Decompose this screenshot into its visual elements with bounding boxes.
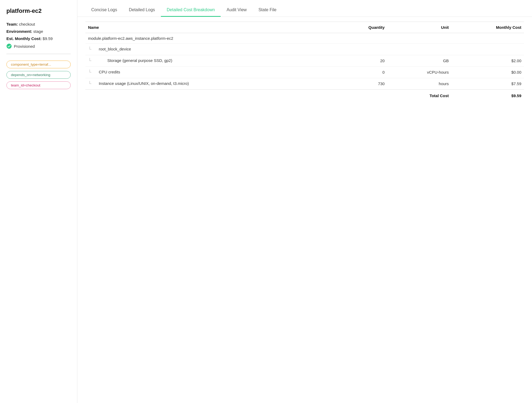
cost-table: Name Quantity Unit Monthly Cost module.p…: [85, 22, 524, 102]
provisioned-row: Provisioned: [6, 44, 71, 49]
total-value-cell: $9.59: [451, 89, 524, 102]
row-cpu-cost: $0.00: [451, 66, 524, 78]
svg-point-0: [7, 44, 11, 49]
row-root-block-cost: [451, 44, 524, 55]
row-storage-label: Storage (general purpose SSD, gp2): [107, 58, 172, 63]
row-module-quantity: [336, 33, 387, 44]
team-label: Team:: [6, 22, 18, 26]
tree-indent-icon: └: [88, 81, 97, 86]
tree-indent-icon: └: [88, 70, 97, 75]
provisioned-label: Provisioned: [14, 44, 35, 49]
col-header-quantity: Quantity: [336, 22, 387, 33]
total-quantity-cell: [336, 89, 387, 102]
sidebar: platform-ec2 Team: checkout Environment:…: [0, 0, 77, 403]
provisioned-icon: [6, 44, 12, 49]
tree-indent-icon: └: [88, 58, 105, 64]
tag-team-id[interactable]: team_id=checkout: [6, 81, 71, 89]
row-cpu-unit: vCPU-hours: [387, 66, 451, 78]
app-container: platform-ec2 Team: checkout Environment:…: [0, 0, 532, 403]
table-row: └ CPU credits 0 vCPU-hours $0.00: [85, 66, 524, 78]
tag-depends-on[interactable]: depends_on=networking: [6, 71, 71, 79]
row-storage-name: └ Storage (general purpose SSD, gp2): [85, 55, 336, 66]
total-label-cell: Total Cost: [387, 89, 451, 102]
tree-indent-icon: └: [88, 47, 97, 52]
sidebar-environment: Environment: stage: [6, 29, 71, 34]
tab-state-file[interactable]: State File: [253, 5, 283, 17]
sidebar-team: Team: checkout: [6, 22, 71, 26]
row-storage-quantity: 20: [336, 55, 387, 66]
row-instance-cost: $7.59: [451, 78, 524, 89]
main-content: Concise Logs Detailed Logs Detailed Cost…: [77, 0, 532, 403]
table-row: └ Instance usage (Linux/UNIX, on-demand,…: [85, 78, 524, 89]
tab-detailed-logs[interactable]: Detailed Logs: [123, 5, 161, 17]
tag-component-type[interactable]: component_type=terraf...: [6, 61, 71, 68]
row-storage-unit: GB: [387, 55, 451, 66]
sidebar-title: platform-ec2: [6, 7, 71, 14]
tags-section: component_type=terraf... depends_on=netw…: [6, 61, 71, 89]
row-root-block-unit: [387, 44, 451, 55]
tab-detailed-cost-breakdown[interactable]: Detailed Cost Breakdown: [161, 5, 221, 17]
row-instance-label: Instance usage (Linux/UNIX, on-demand, t…: [99, 81, 189, 86]
row-module-label: module.platform-ec2.aws_instance.platfor…: [88, 36, 173, 41]
row-cpu-name: └ CPU credits: [85, 66, 336, 78]
total-row: Total Cost $9.59: [85, 89, 524, 102]
col-header-unit: Unit: [387, 22, 451, 33]
tab-concise-logs[interactable]: Concise Logs: [85, 5, 123, 17]
row-root-block-label: root_block_device: [99, 47, 131, 51]
monthly-cost-label: Est. Monthly Cost:: [6, 36, 42, 41]
tabs-bar: Concise Logs Detailed Logs Detailed Cost…: [77, 0, 532, 17]
table-header-row: Name Quantity Unit Monthly Cost: [85, 22, 524, 33]
table-row: └ root_block_device: [85, 44, 524, 55]
row-module-name: module.platform-ec2.aws_instance.platfor…: [85, 33, 336, 44]
table-container: Name Quantity Unit Monthly Cost module.p…: [77, 17, 532, 403]
tab-audit-view[interactable]: Audit View: [221, 5, 252, 17]
total-name-cell: [85, 89, 336, 102]
row-instance-unit: hours: [387, 78, 451, 89]
row-root-block-name: └ root_block_device: [85, 44, 336, 55]
table-row: └ Storage (general purpose SSD, gp2) 20 …: [85, 55, 524, 66]
row-root-block-quantity: [336, 44, 387, 55]
col-header-cost: Monthly Cost: [451, 22, 524, 33]
row-cpu-label: CPU credits: [99, 70, 120, 74]
sidebar-divider: [6, 54, 71, 54]
environment-label: Environment:: [6, 29, 32, 34]
row-module-cost: [451, 33, 524, 44]
table-row: module.platform-ec2.aws_instance.platfor…: [85, 33, 524, 44]
row-module-unit: [387, 33, 451, 44]
row-instance-name: └ Instance usage (Linux/UNIX, on-demand,…: [85, 78, 336, 89]
row-storage-cost: $2.00: [451, 55, 524, 66]
row-instance-quantity: 730: [336, 78, 387, 89]
row-cpu-quantity: 0: [336, 66, 387, 78]
col-header-name: Name: [85, 22, 336, 33]
sidebar-monthly-cost: Est. Monthly Cost: $9.59: [6, 36, 71, 41]
